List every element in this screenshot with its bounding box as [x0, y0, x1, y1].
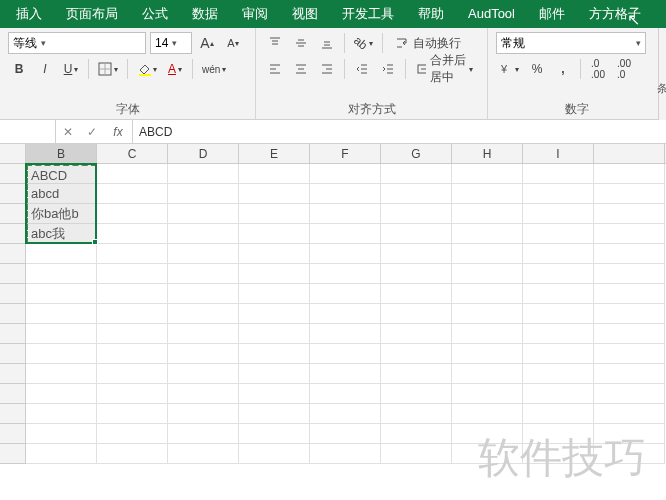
cell[interactable] [239, 344, 310, 364]
cell[interactable] [594, 184, 665, 204]
cell[interactable] [168, 224, 239, 244]
col-header-last[interactable] [594, 144, 665, 163]
cell[interactable] [310, 304, 381, 324]
increase-decimal-button[interactable]: .0.00 [587, 58, 609, 80]
cell[interactable] [594, 164, 665, 184]
cell[interactable] [523, 444, 594, 464]
cell[interactable]: 你ba他b [26, 204, 97, 224]
cell[interactable] [168, 164, 239, 184]
cell[interactable] [26, 344, 97, 364]
cell[interactable] [594, 404, 665, 424]
cell[interactable] [452, 244, 523, 264]
cell[interactable] [97, 404, 168, 424]
cell[interactable] [452, 364, 523, 384]
align-center-button[interactable] [290, 58, 312, 80]
cell[interactable] [452, 284, 523, 304]
cell[interactable] [594, 384, 665, 404]
col-header-h[interactable]: H [452, 144, 523, 163]
cell[interactable] [168, 184, 239, 204]
row-header[interactable] [0, 244, 26, 264]
cell[interactable] [310, 384, 381, 404]
cell[interactable] [523, 404, 594, 424]
cell[interactable] [594, 244, 665, 264]
cell[interactable] [381, 444, 452, 464]
cell[interactable] [381, 384, 452, 404]
cell[interactable]: abcd [26, 184, 97, 204]
cell[interactable] [239, 164, 310, 184]
cell[interactable] [381, 204, 452, 224]
row-header[interactable] [0, 384, 26, 404]
cell[interactable] [239, 304, 310, 324]
cell[interactable] [26, 384, 97, 404]
cell[interactable] [452, 164, 523, 184]
cell[interactable] [381, 304, 452, 324]
tab-page-layout[interactable]: 页面布局 [54, 0, 130, 28]
cell[interactable] [97, 264, 168, 284]
comma-button[interactable]: , [552, 58, 574, 80]
merge-center-button[interactable]: 合并后居中 ▾ [411, 58, 479, 80]
cell[interactable] [310, 364, 381, 384]
cell[interactable] [452, 424, 523, 444]
cell[interactable] [523, 164, 594, 184]
cell[interactable] [26, 284, 97, 304]
cell[interactable] [381, 184, 452, 204]
cell[interactable] [310, 344, 381, 364]
cell[interactable]: ABCD [26, 164, 97, 184]
cell[interactable] [97, 284, 168, 304]
increase-font-button[interactable]: A▴ [196, 32, 218, 54]
name-box[interactable] [0, 120, 56, 143]
cell[interactable] [97, 384, 168, 404]
cell[interactable] [381, 264, 452, 284]
accounting-format-button[interactable]: ¥▾ [496, 58, 522, 80]
cell[interactable] [239, 284, 310, 304]
align-left-button[interactable] [264, 58, 286, 80]
cell[interactable] [594, 224, 665, 244]
cell[interactable] [26, 364, 97, 384]
fill-color-button[interactable]: ▾ [134, 58, 160, 80]
cell[interactable] [381, 344, 452, 364]
cell[interactable] [310, 204, 381, 224]
cell[interactable] [381, 284, 452, 304]
row-header[interactable] [0, 364, 26, 384]
cell[interactable] [239, 404, 310, 424]
cell[interactable] [381, 164, 452, 184]
tab-view[interactable]: 视图 [280, 0, 330, 28]
number-format-combo[interactable]: 常规 ▾ [496, 32, 646, 54]
tab-ffgz[interactable]: 方方格子 [577, 0, 653, 28]
cell[interactable] [26, 324, 97, 344]
cell[interactable] [168, 324, 239, 344]
cell[interactable] [594, 344, 665, 364]
row-header[interactable] [0, 404, 26, 424]
decrease-indent-button[interactable] [351, 58, 373, 80]
row-header[interactable] [0, 184, 26, 204]
tab-help[interactable]: 帮助 [406, 0, 456, 28]
tab-mail[interactable]: 邮件 [527, 0, 577, 28]
cell[interactable] [452, 184, 523, 204]
col-header-f[interactable]: F [310, 144, 381, 163]
cell[interactable] [310, 404, 381, 424]
borders-button[interactable]: ▾ [95, 58, 121, 80]
cell[interactable] [97, 424, 168, 444]
cell[interactable] [310, 164, 381, 184]
cell[interactable] [452, 264, 523, 284]
font-name-combo[interactable]: 等线 ▾ [8, 32, 146, 54]
row-header[interactable] [0, 284, 26, 304]
cell[interactable] [168, 444, 239, 464]
phonetic-button[interactable]: wén▾ [199, 58, 229, 80]
row-header[interactable] [0, 264, 26, 284]
row-header[interactable] [0, 344, 26, 364]
cell[interactable] [239, 184, 310, 204]
cell[interactable] [168, 384, 239, 404]
cell[interactable] [310, 244, 381, 264]
cell[interactable] [523, 324, 594, 344]
cell[interactable] [594, 304, 665, 324]
cell[interactable] [381, 424, 452, 444]
col-header-g[interactable]: G [381, 144, 452, 163]
cell[interactable] [523, 364, 594, 384]
cell[interactable] [452, 224, 523, 244]
cancel-button[interactable]: ✕ [56, 125, 80, 139]
row-header[interactable] [0, 164, 26, 184]
cell[interactable] [168, 264, 239, 284]
cell[interactable] [594, 284, 665, 304]
align-bottom-button[interactable] [316, 32, 338, 54]
